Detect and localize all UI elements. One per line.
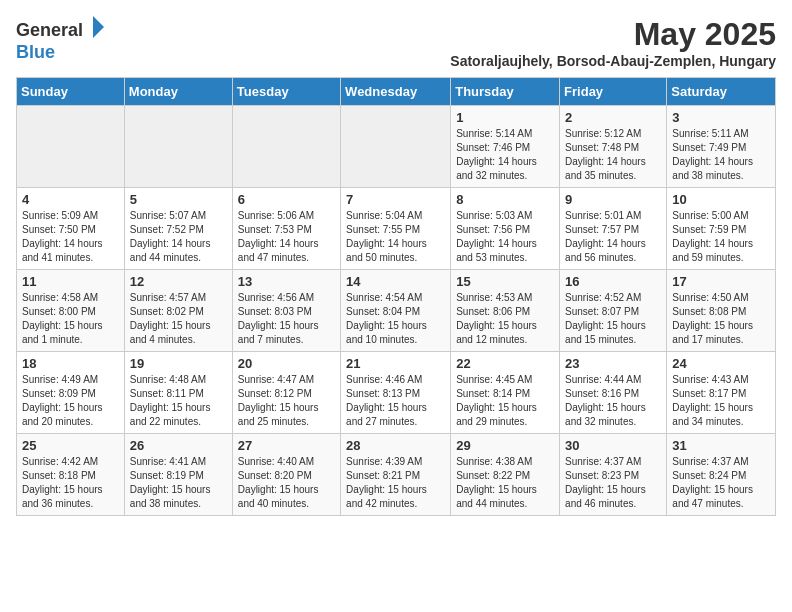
day-number: 30 [565,438,661,453]
calendar-day-cell: 1Sunrise: 5:14 AM Sunset: 7:46 PM Daylig… [451,106,560,188]
calendar-week-5: 25Sunrise: 4:42 AM Sunset: 8:18 PM Dayli… [17,434,776,516]
day-info: Sunrise: 5:09 AM Sunset: 7:50 PM Dayligh… [22,209,119,265]
calendar-week-1: 1Sunrise: 5:14 AM Sunset: 7:46 PM Daylig… [17,106,776,188]
day-info: Sunrise: 4:42 AM Sunset: 8:18 PM Dayligh… [22,455,119,511]
day-number: 6 [238,192,335,207]
calendar-day-cell: 25Sunrise: 4:42 AM Sunset: 8:18 PM Dayli… [17,434,125,516]
day-number: 28 [346,438,445,453]
calendar-day-cell: 30Sunrise: 4:37 AM Sunset: 8:23 PM Dayli… [560,434,667,516]
day-info: Sunrise: 5:03 AM Sunset: 7:56 PM Dayligh… [456,209,554,265]
day-number: 21 [346,356,445,371]
day-number: 3 [672,110,770,125]
day-number: 8 [456,192,554,207]
calendar-day-cell [232,106,340,188]
day-number: 7 [346,192,445,207]
svg-marker-1 [93,16,104,38]
calendar-day-cell: 24Sunrise: 4:43 AM Sunset: 8:17 PM Dayli… [667,352,776,434]
calendar-day-cell [17,106,125,188]
calendar-day-cell: 29Sunrise: 4:38 AM Sunset: 8:22 PM Dayli… [451,434,560,516]
svg-text:General: General [16,20,83,40]
day-number: 23 [565,356,661,371]
day-number: 15 [456,274,554,289]
day-info: Sunrise: 4:57 AM Sunset: 8:02 PM Dayligh… [130,291,227,347]
logo: General Blue [16,16,116,66]
day-info: Sunrise: 4:50 AM Sunset: 8:08 PM Dayligh… [672,291,770,347]
day-number: 19 [130,356,227,371]
day-info: Sunrise: 5:11 AM Sunset: 7:49 PM Dayligh… [672,127,770,183]
weekday-header-tuesday: Tuesday [232,78,340,106]
day-info: Sunrise: 4:38 AM Sunset: 8:22 PM Dayligh… [456,455,554,511]
day-number: 13 [238,274,335,289]
calendar-day-cell: 21Sunrise: 4:46 AM Sunset: 8:13 PM Dayli… [341,352,451,434]
calendar-day-cell: 15Sunrise: 4:53 AM Sunset: 8:06 PM Dayli… [451,270,560,352]
calendar-day-cell: 9Sunrise: 5:01 AM Sunset: 7:57 PM Daylig… [560,188,667,270]
calendar-day-cell: 6Sunrise: 5:06 AM Sunset: 7:53 PM Daylig… [232,188,340,270]
calendar-day-cell: 4Sunrise: 5:09 AM Sunset: 7:50 PM Daylig… [17,188,125,270]
day-number: 2 [565,110,661,125]
calendar-day-cell: 19Sunrise: 4:48 AM Sunset: 8:11 PM Dayli… [124,352,232,434]
calendar-week-4: 18Sunrise: 4:49 AM Sunset: 8:09 PM Dayli… [17,352,776,434]
svg-text:Blue: Blue [16,42,55,62]
day-number: 27 [238,438,335,453]
location-subtitle: Satoraljaujhely, Borsod-Abauj-Zemplen, H… [450,53,776,69]
day-number: 1 [456,110,554,125]
day-number: 17 [672,274,770,289]
calendar-day-cell: 5Sunrise: 5:07 AM Sunset: 7:52 PM Daylig… [124,188,232,270]
calendar-day-cell: 11Sunrise: 4:58 AM Sunset: 8:00 PM Dayli… [17,270,125,352]
day-number: 29 [456,438,554,453]
calendar-table: SundayMondayTuesdayWednesdayThursdayFrid… [16,77,776,516]
calendar-day-cell: 26Sunrise: 4:41 AM Sunset: 8:19 PM Dayli… [124,434,232,516]
day-info: Sunrise: 5:00 AM Sunset: 7:59 PM Dayligh… [672,209,770,265]
calendar-day-cell: 20Sunrise: 4:47 AM Sunset: 8:12 PM Dayli… [232,352,340,434]
weekday-header-monday: Monday [124,78,232,106]
general-blue-logo: General Blue [16,16,116,62]
calendar-week-2: 4Sunrise: 5:09 AM Sunset: 7:50 PM Daylig… [17,188,776,270]
day-info: Sunrise: 4:43 AM Sunset: 8:17 PM Dayligh… [672,373,770,429]
weekday-header-saturday: Saturday [667,78,776,106]
calendar-day-cell: 23Sunrise: 4:44 AM Sunset: 8:16 PM Dayli… [560,352,667,434]
day-info: Sunrise: 5:01 AM Sunset: 7:57 PM Dayligh… [565,209,661,265]
day-number: 25 [22,438,119,453]
day-number: 26 [130,438,227,453]
day-info: Sunrise: 4:53 AM Sunset: 8:06 PM Dayligh… [456,291,554,347]
day-number: 24 [672,356,770,371]
calendar-day-cell [341,106,451,188]
calendar-day-cell: 28Sunrise: 4:39 AM Sunset: 8:21 PM Dayli… [341,434,451,516]
day-number: 4 [22,192,119,207]
day-info: Sunrise: 4:45 AM Sunset: 8:14 PM Dayligh… [456,373,554,429]
day-info: Sunrise: 4:56 AM Sunset: 8:03 PM Dayligh… [238,291,335,347]
weekday-header-wednesday: Wednesday [341,78,451,106]
weekday-header-friday: Friday [560,78,667,106]
day-number: 9 [565,192,661,207]
day-info: Sunrise: 4:54 AM Sunset: 8:04 PM Dayligh… [346,291,445,347]
day-info: Sunrise: 4:39 AM Sunset: 8:21 PM Dayligh… [346,455,445,511]
day-info: Sunrise: 5:07 AM Sunset: 7:52 PM Dayligh… [130,209,227,265]
calendar-day-cell: 3Sunrise: 5:11 AM Sunset: 7:49 PM Daylig… [667,106,776,188]
calendar-header-row: SundayMondayTuesdayWednesdayThursdayFrid… [17,78,776,106]
weekday-header-sunday: Sunday [17,78,125,106]
calendar-day-cell: 18Sunrise: 4:49 AM Sunset: 8:09 PM Dayli… [17,352,125,434]
day-info: Sunrise: 4:58 AM Sunset: 8:00 PM Dayligh… [22,291,119,347]
day-number: 31 [672,438,770,453]
calendar-day-cell: 13Sunrise: 4:56 AM Sunset: 8:03 PM Dayli… [232,270,340,352]
calendar-day-cell: 17Sunrise: 4:50 AM Sunset: 8:08 PM Dayli… [667,270,776,352]
day-info: Sunrise: 4:47 AM Sunset: 8:12 PM Dayligh… [238,373,335,429]
calendar-day-cell [124,106,232,188]
title-block: May 2025 Satoraljaujhely, Borsod-Abauj-Z… [450,16,776,69]
calendar-day-cell: 31Sunrise: 4:37 AM Sunset: 8:24 PM Dayli… [667,434,776,516]
calendar-day-cell: 2Sunrise: 5:12 AM Sunset: 7:48 PM Daylig… [560,106,667,188]
calendar-day-cell: 22Sunrise: 4:45 AM Sunset: 8:14 PM Dayli… [451,352,560,434]
day-number: 16 [565,274,661,289]
calendar-day-cell: 12Sunrise: 4:57 AM Sunset: 8:02 PM Dayli… [124,270,232,352]
day-number: 22 [456,356,554,371]
day-number: 10 [672,192,770,207]
day-number: 12 [130,274,227,289]
calendar-week-3: 11Sunrise: 4:58 AM Sunset: 8:00 PM Dayli… [17,270,776,352]
calendar-day-cell: 7Sunrise: 5:04 AM Sunset: 7:55 PM Daylig… [341,188,451,270]
day-info: Sunrise: 4:44 AM Sunset: 8:16 PM Dayligh… [565,373,661,429]
calendar-day-cell: 16Sunrise: 4:52 AM Sunset: 8:07 PM Dayli… [560,270,667,352]
day-info: Sunrise: 4:37 AM Sunset: 8:23 PM Dayligh… [565,455,661,511]
calendar-day-cell: 10Sunrise: 5:00 AM Sunset: 7:59 PM Dayli… [667,188,776,270]
day-info: Sunrise: 4:46 AM Sunset: 8:13 PM Dayligh… [346,373,445,429]
day-info: Sunrise: 4:37 AM Sunset: 8:24 PM Dayligh… [672,455,770,511]
